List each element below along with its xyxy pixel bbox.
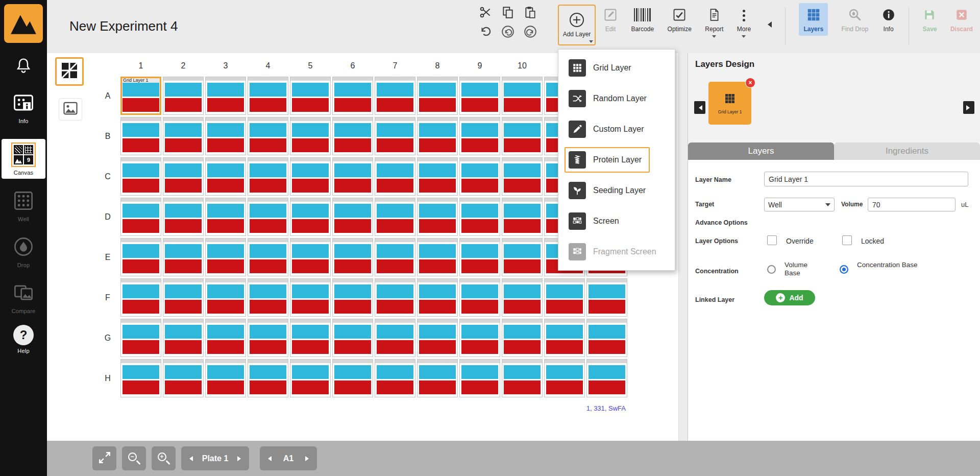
well-H11[interactable] — [544, 359, 585, 397]
copy-button[interactable] — [501, 6, 515, 20]
well-D6[interactable] — [332, 198, 373, 236]
refresh-button[interactable] — [478, 26, 493, 40]
volume-input[interactable] — [868, 198, 955, 211]
sidebar-item-well[interactable]: Well — [0, 190, 47, 222]
well-E2[interactable] — [163, 238, 204, 276]
sidebar-item-drop[interactable]: Drop — [0, 236, 47, 268]
barcode-button[interactable]: Barcode — [631, 4, 654, 33]
well-D9[interactable] — [459, 198, 500, 236]
well-B3[interactable] — [205, 117, 246, 155]
well-G2[interactable] — [163, 319, 204, 357]
menu-item-protein-layer[interactable]: Protein Layer — [558, 145, 675, 175]
well-H6[interactable] — [332, 359, 373, 397]
canvas-scrollbar[interactable] — [678, 53, 688, 441]
well-F6[interactable] — [332, 278, 373, 317]
well-G7[interactable] — [375, 319, 415, 357]
well-F2[interactable] — [163, 278, 204, 317]
well-F12[interactable] — [586, 278, 627, 317]
well-C1[interactable] — [120, 157, 161, 196]
canvas-view-toggle-button[interactable] — [55, 57, 84, 86]
well-F7[interactable] — [375, 278, 415, 317]
well-C2[interactable] — [163, 157, 204, 196]
zoom-out-button[interactable] — [122, 446, 146, 470]
well-B4[interactable] — [248, 117, 288, 155]
menu-item-screen[interactable]: Screen — [558, 206, 675, 236]
layer-thumbnail[interactable]: Grid Layer 1 — [708, 82, 751, 125]
add-layer-button[interactable]: Add Layer — [558, 5, 596, 45]
well-B5[interactable] — [290, 117, 331, 155]
well-F8[interactable] — [417, 278, 458, 317]
well-A1[interactable]: Grid Layer 1 — [120, 77, 161, 115]
well-A2[interactable] — [163, 77, 204, 115]
well-C6[interactable] — [332, 157, 373, 196]
well-H9[interactable] — [459, 359, 500, 397]
well-H1[interactable] — [120, 359, 161, 397]
well-B8[interactable] — [417, 117, 458, 155]
well-B10[interactable] — [502, 117, 543, 155]
well-G12[interactable] — [586, 319, 627, 357]
well-B2[interactable] — [163, 117, 204, 155]
sidebar-item-canvas[interactable]: 9 Canvas — [2, 139, 45, 179]
volume-base-radio[interactable] — [767, 265, 776, 274]
info-button[interactable]: Info — [882, 4, 895, 33]
well-E10[interactable] — [502, 238, 543, 276]
next-well-button[interactable] — [299, 446, 317, 470]
well-C9[interactable] — [459, 157, 500, 196]
tab-ingredients[interactable]: Ingredients — [834, 142, 980, 160]
well-A6[interactable] — [332, 77, 373, 115]
well-E9[interactable] — [459, 238, 500, 276]
well-H2[interactable] — [163, 359, 204, 397]
tab-layers[interactable]: Layers — [688, 142, 834, 160]
well-H12[interactable] — [586, 359, 627, 397]
well-G8[interactable] — [417, 319, 458, 357]
menu-item-seeding-layer[interactable]: Seeding Layer — [558, 175, 675, 206]
well-D5[interactable] — [290, 198, 331, 236]
well-H4[interactable] — [248, 359, 288, 397]
well-D8[interactable] — [417, 198, 458, 236]
redo-button[interactable] — [523, 26, 537, 40]
well-E4[interactable] — [248, 238, 288, 276]
well-C10[interactable] — [502, 157, 543, 196]
well-F10[interactable] — [502, 278, 543, 317]
well-A9[interactable] — [459, 77, 500, 115]
well-A5[interactable] — [290, 77, 331, 115]
well-D10[interactable] — [502, 198, 543, 236]
sidebar-item-help[interactable]: ? Help — [0, 325, 47, 354]
sidebar-item-compare[interactable]: Compare — [0, 282, 47, 314]
well-A3[interactable] — [205, 77, 246, 115]
well-E8[interactable] — [417, 238, 458, 276]
report-button[interactable]: Report — [705, 4, 723, 38]
well-B6[interactable] — [332, 117, 373, 155]
optimize-button[interactable]: Optimize — [668, 4, 692, 33]
locked-checkbox[interactable] — [842, 235, 852, 245]
sidebar-item-info[interactable]: Info — [0, 92, 47, 124]
undo-button[interactable] — [501, 26, 515, 40]
well-D7[interactable] — [375, 198, 415, 236]
well-G6[interactable] — [332, 319, 373, 357]
well-H5[interactable] — [290, 359, 331, 397]
well-C4[interactable] — [248, 157, 288, 196]
well-H7[interactable] — [375, 359, 415, 397]
well-G4[interactable] — [248, 319, 288, 357]
layer-name-input[interactable] — [764, 172, 968, 186]
cut-button[interactable] — [478, 6, 493, 20]
well-G9[interactable] — [459, 319, 500, 357]
well-F11[interactable] — [544, 278, 585, 317]
well-B9[interactable] — [459, 117, 500, 155]
well-E1[interactable] — [120, 238, 161, 276]
well-G3[interactable] — [205, 319, 246, 357]
well-H3[interactable] — [205, 359, 246, 397]
fit-to-screen-button[interactable] — [92, 446, 116, 470]
well-C3[interactable] — [205, 157, 246, 196]
menu-item-custom-layer[interactable]: Custom Layer — [558, 114, 675, 145]
layer-scroll-right-button[interactable] — [963, 101, 974, 114]
well-H8[interactable] — [417, 359, 458, 397]
well-D1[interactable] — [120, 198, 161, 236]
well-C8[interactable] — [417, 157, 458, 196]
override-checkbox[interactable] — [767, 235, 777, 245]
previous-plate-button[interactable] — [181, 446, 200, 470]
layer-scroll-left-button[interactable] — [694, 101, 705, 114]
well-F3[interactable] — [205, 278, 246, 317]
well-B1[interactable] — [120, 117, 161, 155]
next-plate-button[interactable] — [231, 446, 249, 470]
